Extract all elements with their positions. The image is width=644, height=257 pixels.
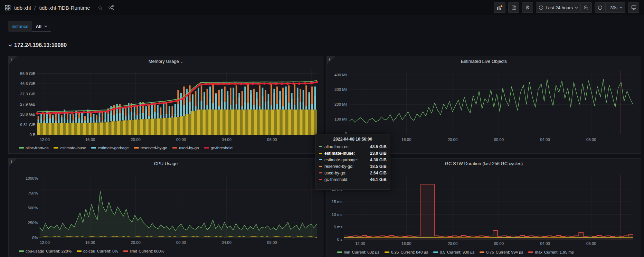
x-axis-tick-label: 00:00 [494,137,504,142]
y-axis-tick-label: 300 Mil [334,87,347,92]
legend-swatch [19,147,24,149]
x-axis-tick-label: 12:00 [355,241,365,246]
panel-legend: minCurrent: 632 µs0.25Current: 840 µs0.5… [337,250,574,254]
x-axis-tick-label: 04:00 [221,240,231,245]
time-range-picker[interactable]: Last 24 hours [536,2,581,13]
legend-current-value: Current: 632 µs [352,250,380,254]
tooltip-series-label: used-by-go: [324,171,370,175]
variable-instance-value-dropdown[interactable]: All [32,21,51,32]
add-panel-button[interactable] [494,2,505,13]
chevron-down-icon [8,44,12,47]
y-axis-tick-label: 200 Mil [334,102,347,106]
legend-item-estimate-garbage[interactable]: estimate-garbage [91,146,129,150]
dashboard-toolbar: ⚙ Last 24 hours 30s [494,2,639,13]
legend-item-estimate-inuse[interactable]: estimate-inuse [54,146,86,150]
y-axis-tick-label: 9.31 GiB [20,123,35,127]
legend-label: 0.25 [391,250,399,254]
legend-swatch [337,251,342,253]
y-axis-tick-label: 15 ms [332,200,342,204]
tooltip-series-swatch [319,146,322,147]
legend-item-0.25[interactable]: 0.25Current: 840 µs [385,250,428,254]
y-axis-tick-label: 750% [28,191,38,195]
y-axis-tick-label: 400 Mil [334,73,347,77]
share-icon[interactable] [108,5,114,10]
legend-item-limit[interactable]: limitCurrent: 800% [123,249,164,253]
legend-swatch [77,250,82,252]
legend-swatch [204,147,209,149]
legend-item-min[interactable]: minCurrent: 632 µs [337,250,379,254]
legend-item-reserved-by-go[interactable]: reserved-by-go [134,146,167,150]
legend-current-value: Current: 800% [139,249,164,253]
legend-label: min [344,250,350,254]
y-axis-tick-label: 250% [28,221,38,225]
tooltip-series-label: reserved-by-go: [324,164,370,169]
legend-label: gc-cpu [83,249,95,253]
tooltip-row: gc-threshold:46.1 GiB [319,176,387,183]
tooltip-series-label: gc-threshold: [324,177,370,182]
legend-item-0.75[interactable]: 0.75Current: 994 µs [480,250,523,254]
tooltip-series-swatch [319,166,322,167]
breadcrumb-dashboard[interactable]: tidb-xhl-TiDB-Runtime [39,5,90,11]
tooltip-series-label: estimate-garbage: [324,158,370,162]
legend-label: estimate-inuse [60,146,86,150]
y-axis-tick-label: 27.9 GiB [20,102,35,106]
chart-canvas[interactable]: 1000%750%500%250%0%12:0016:0020:0000:000… [9,159,323,257]
legend-current-value: Current: 994 µs [496,250,523,254]
y-axis-tick-label: 1000% [26,176,38,180]
legend-item-alloc-from-os[interactable]: alloc-from-os [19,146,48,150]
variable-instance-value: All [36,24,41,29]
legend-current-value: Current: 1.95 ms [544,250,574,254]
apps-grid-icon[interactable] [5,5,11,11]
legend-item-cpu-usage[interactable]: cpu-usageCurrent: 228% [19,249,72,253]
legend-swatch [123,250,128,252]
chevron-down-icon [575,7,578,9]
x-axis-tick-label: 20:00 [448,241,458,246]
legend-item-0.5[interactable]: 0.5Current: 930 µs [433,250,475,254]
breadcrumb: tidb-xhl / tidb-xhl-TiDB-Runtime ☆ [5,4,114,11]
x-axis-tick-label: 20:00 [131,240,141,245]
legend-item-max[interactable]: maxCurrent: 1.95 ms [528,250,574,254]
legend-label: cpu-usage [26,249,44,253]
refresh-interval-picker[interactable]: 30s [606,2,625,13]
dashboard-settings-button[interactable]: ⚙ [522,2,533,13]
row-title: 172.24.196.13:10080 [14,42,67,48]
dashboard-row-header[interactable]: 172.24.196.13:10080 [8,42,67,48]
legend-label: reserved-by-go [141,146,167,150]
legend-swatch [385,251,389,253]
tooltip-row: estimate-garbage:4.30 GiB [319,156,387,163]
tooltip-series-swatch [319,179,322,180]
y-axis-tick-label: 18.6 GiB [20,112,35,116]
y-axis-tick-label: 500% [28,206,38,210]
refresh-button[interactable] [595,2,606,13]
x-axis-tick-label: 16:00 [85,240,95,245]
chart-canvas[interactable]: 55.9 GiB46.6 GiB37.3 GiB27.9 GiB18.6 GiB… [9,56,323,153]
chevron-down-icon [44,25,47,27]
zoom-out-time-button[interactable] [581,2,592,13]
legend-label: 0.75 [486,250,494,254]
tooltip-timestamp: 2022-04-08 10:56:00 [319,137,387,142]
x-axis-tick-label: 20:00 [448,137,458,142]
legend-item-gc-threshold[interactable]: gc-threshold [204,146,233,150]
cycle-view-mode-button[interactable] [628,2,639,13]
save-dashboard-button[interactable] [508,2,519,13]
legend-item-used-by-go[interactable]: used-by-go [172,146,199,150]
x-axis-tick-label: 00:00 [176,137,186,142]
x-axis-tick-label: 16:00 [401,241,411,246]
x-axis-tick-label: 08:00 [586,241,596,246]
panel-memory-usage: iMemory Usage⌄55.9 GiB46.6 GiB37.3 GiB27… [8,56,323,154]
tooltip-row: reserved-by-go:18.5 GiB [319,163,387,170]
breadcrumb-folder[interactable]: tidb-xhl [14,5,31,11]
legend-label: 0.5 [440,250,445,254]
x-axis-tick-label: 04:00 [540,241,550,246]
variable-instance-label[interactable]: instance [8,21,32,32]
x-axis-tick-label: 00:00 [176,240,186,245]
legend-current-value: Current: 930 µs [447,250,475,254]
panel-legend: alloc-from-osestimate-inuseestimate-garb… [19,146,233,150]
tooltip-row: used-by-go:2.64 GiB [319,170,387,176]
star-icon[interactable]: ☆ [98,4,103,11]
legend-label: estimate-garbage [98,146,129,150]
legend-item-gc-cpu[interactable]: gc-cpuCurrent: 0% [77,249,118,253]
x-axis-tick-label: 08:00 [586,137,596,142]
x-axis-tick-label: 16:00 [401,137,411,142]
y-axis-tick-label: 5 ms [334,225,342,229]
